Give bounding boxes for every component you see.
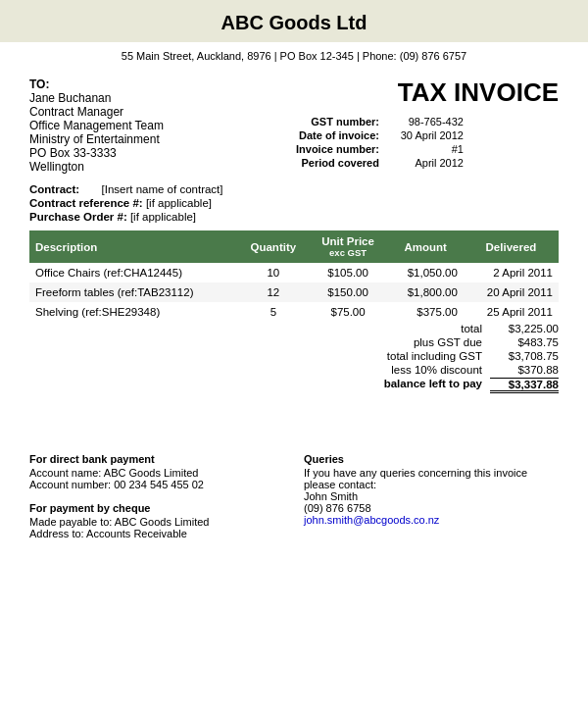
top-section: TO: Jane Buchanan Contract Manager Offic…: [29, 77, 559, 174]
contract-value: [Insert name of contract]: [102, 183, 223, 195]
ref-label: Contract reference #:: [29, 197, 143, 209]
contract-label: Contract:: [29, 183, 79, 195]
row-delivered: 20 April 2011: [464, 282, 559, 302]
to-name: Jane Buchanan: [29, 91, 294, 105]
invoice-title-section: TAX INVOICE GST number: 98-765-432 Date …: [294, 77, 559, 171]
queries-name: John Smith: [304, 490, 559, 502]
period-value: April 2012: [385, 157, 464, 169]
gst-row: plus GST due $483.75: [29, 335, 559, 349]
contract-line: Contract: [Insert name of contract]: [29, 183, 559, 195]
table-row: Freeform tables (ref:TAB23112) 12 $150.0…: [29, 282, 559, 302]
po-label: Purchase Order #:: [29, 211, 127, 223]
discount-row: less 10% discount $370.88: [29, 363, 559, 377]
bank-heading: For direct bank payment: [29, 453, 284, 465]
incl-gst-value: $3,708.75: [490, 350, 559, 362]
queries-intro: If you have any queries concerning this …: [304, 467, 559, 490]
header-address: 55 Main Street, Auckland, 8976 | PO Box …: [29, 50, 559, 62]
company-name: ABC Goods Ltd: [20, 12, 568, 34]
col-amount: Amount: [387, 230, 464, 263]
gst-due-value: $483.75: [490, 336, 559, 348]
row-qty: 5: [238, 302, 309, 322]
row-desc: Freeform tables (ref:TAB23112): [29, 282, 238, 302]
footer-section: For direct bank payment Account name: AB…: [29, 453, 559, 539]
col-quantity: Quantity: [238, 230, 309, 263]
col-description: Description: [29, 230, 238, 263]
table-row: Office Chairs (ref:CHA12445) 10 $105.00 …: [29, 263, 559, 282]
gst-label: GST number:: [296, 116, 383, 128]
number-label: Invoice number:: [296, 143, 383, 155]
bank-line-1: Account name: ABC Goods Limited: [29, 467, 284, 479]
to-section: TO: Jane Buchanan Contract Manager Offic…: [29, 77, 294, 174]
queries-phone: (09) 876 6758: [304, 502, 559, 514]
queries-heading: Queries: [304, 453, 559, 465]
row-qty: 10: [238, 263, 309, 282]
invoice-title: TAX INVOICE: [294, 77, 559, 108]
cheque-line-1: Made payable to: ABC Goods Limited: [29, 516, 284, 528]
gst-due-label: plus GST due: [333, 336, 490, 348]
footer-left: For direct bank payment Account name: AB…: [29, 453, 284, 539]
row-delivered: 25 April 2011: [464, 302, 559, 322]
row-desc: Shelving (ref:SHE29348): [29, 302, 238, 322]
col-delivered: Delivered: [464, 230, 559, 263]
po-value: [if applicable]: [130, 211, 196, 223]
total-value: $3,225.00: [490, 323, 559, 334]
bank-line-2: Account number: 00 234 545 455 02: [29, 479, 284, 490]
row-amount: $1,800.00: [387, 282, 464, 302]
row-desc: Office Chairs (ref:CHA12445): [29, 263, 238, 282]
unit-price-sub: exc GST: [315, 247, 382, 258]
row-amount: $375.00: [387, 302, 464, 322]
to-line-2: Office Management Team: [29, 119, 294, 132]
date-value: 30 April 2012: [385, 129, 464, 141]
header-banner: ABC Goods Ltd: [0, 0, 588, 42]
to-line-3: Ministry of Entertainment: [29, 132, 294, 146]
discount-label: less 10% discount: [333, 364, 490, 376]
balance-label: balance left to pay: [333, 378, 490, 393]
discount-value: $370.88: [490, 364, 559, 376]
totals-section: total $3,225.00 plus GST due $483.75 tot…: [29, 322, 559, 394]
row-price: $75.00: [309, 302, 388, 322]
contract-ref-line: Contract reference #: [if applicable]: [29, 197, 559, 209]
gst-value: 98-765-432: [385, 116, 464, 128]
ref-value: [if applicable]: [146, 197, 212, 209]
to-line-4: PO Box 33-3333: [29, 146, 294, 160]
cheque-heading: For payment by cheque: [29, 502, 284, 514]
period-label: Period covered: [296, 157, 383, 169]
incl-gst-label: total including GST: [333, 350, 490, 362]
balance-value: $3,337.88: [490, 378, 559, 393]
row-delivered: 2 April 2011: [464, 263, 559, 282]
balance-row: balance left to pay $3,337.88: [29, 377, 559, 394]
total-label: total: [333, 323, 490, 334]
col-unit-price: Unit Price exc GST: [309, 230, 388, 263]
contract-po-line: Purchase Order #: [if applicable]: [29, 211, 559, 223]
queries-email: john.smith@abcgoods.co.nz: [304, 514, 559, 526]
incl-gst-row: total including GST $3,708.75: [29, 349, 559, 363]
row-price: $150.00: [309, 282, 388, 302]
invoice-details-table: GST number: 98-765-432 Date of invoice: …: [294, 114, 466, 171]
row-qty: 12: [238, 282, 309, 302]
total-row: total $3,225.00: [29, 322, 559, 335]
cheque-line-2: Address to: Accounts Receivable: [29, 528, 284, 539]
row-price: $105.00: [309, 263, 388, 282]
footer-right: Queries If you have any queries concerni…: [304, 453, 559, 539]
number-value: #1: [385, 143, 464, 155]
items-table: Description Quantity Unit Price exc GST …: [29, 230, 559, 322]
cheque-section: For payment by cheque Made payable to: A…: [29, 502, 284, 539]
to-label: TO:: [29, 77, 294, 91]
table-row: Shelving (ref:SHE29348) 5 $75.00 $375.00…: [29, 302, 559, 322]
row-amount: $1,050.00: [387, 263, 464, 282]
date-label: Date of invoice:: [296, 129, 383, 141]
to-line-1: Contract Manager: [29, 105, 294, 119]
contract-section: Contract: [Insert name of contract] Cont…: [29, 183, 559, 223]
to-line-5: Wellington: [29, 160, 294, 174]
